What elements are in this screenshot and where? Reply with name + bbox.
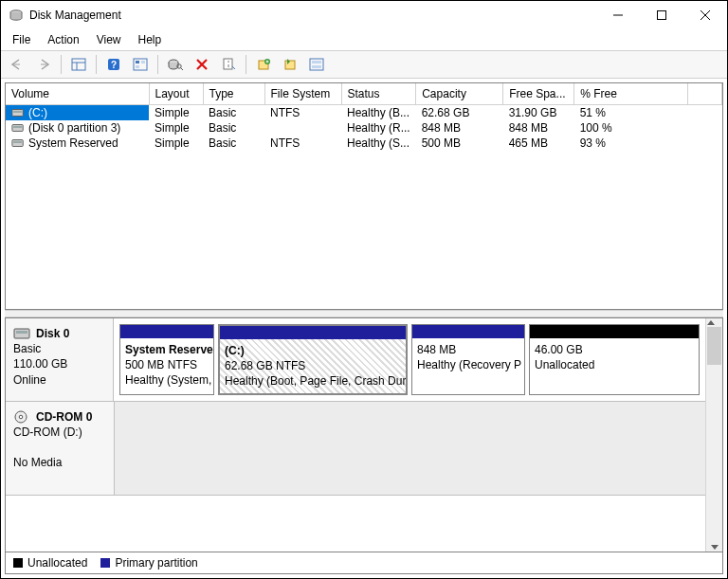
svg-rect-2 [658, 11, 666, 20]
legend-label-primary: Primary partition [115, 556, 197, 570]
svg-line-16 [181, 68, 184, 71]
disk-graphic-panel: Disk 0Basic110.00 GBOnlineSystem Reserve… [5, 317, 723, 552]
column-header[interactable]: Capacity [416, 83, 503, 105]
explore-icon[interactable] [163, 52, 188, 77]
svg-rect-31 [16, 331, 27, 334]
menu-help[interactable]: Help [131, 31, 170, 48]
layout-button[interactable] [66, 52, 91, 77]
menubar: File Action View Help [1, 29, 727, 50]
disk-header[interactable]: CD-ROM 0CD-ROM (D:)No Media [6, 402, 115, 495]
volume-row[interactable]: System ReservedSimpleBasicNTFSHealthy (S… [6, 136, 722, 151]
partition[interactable]: (C:)62.68 GB NTFSHealthy (Boot, Page Fil… [218, 324, 408, 395]
menu-file[interactable]: File [5, 31, 38, 48]
menu-view[interactable]: View [89, 31, 129, 48]
help-button[interactable]: ? [101, 52, 126, 77]
svg-rect-17 [224, 59, 232, 69]
partition[interactable]: System Reserved500 MB NTFSHealthy (Syste… [119, 324, 214, 395]
svg-text:?: ? [111, 60, 117, 70]
svg-rect-22 [312, 61, 321, 63]
column-header[interactable]: % Free [574, 83, 688, 105]
properties-button[interactable] [216, 52, 241, 77]
disk-row: Disk 0Basic110.00 GBOnlineSystem Reserve… [6, 318, 705, 402]
volume-row[interactable]: (C:)SimpleBasicNTFSHealthy (B...62.68 GB… [6, 105, 722, 121]
forward-button[interactable] [31, 52, 56, 77]
new-volume-button[interactable] [251, 52, 276, 77]
app-icon [9, 8, 24, 23]
partition-unallocated[interactable]: 46.00 GBUnallocated [529, 324, 700, 395]
menu-action[interactable]: Action [40, 31, 86, 48]
column-header[interactable]: Volume [6, 83, 149, 105]
volume-list[interactable]: VolumeLayoutTypeFile SystemStatusCapacit… [5, 82, 723, 310]
disk-row: CD-ROM 0CD-ROM (D:)No Media [6, 402, 705, 496]
partition[interactable]: 848 MBHealthy (Recovery P [411, 324, 525, 395]
back-button[interactable] [5, 52, 29, 77]
svg-rect-11 [136, 61, 139, 63]
svg-rect-29 [13, 141, 22, 143]
close-button[interactable] [683, 1, 727, 29]
legend: Unallocated Primary partition [5, 552, 723, 574]
svg-rect-25 [13, 111, 22, 113]
titlebar[interactable]: Disk Management [1, 1, 727, 29]
svg-rect-5 [72, 59, 85, 70]
window-title: Disk Management [29, 9, 596, 22]
svg-rect-21 [310, 59, 323, 70]
column-header[interactable]: Type [203, 83, 264, 105]
legend-swatch-primary [100, 558, 110, 568]
column-header[interactable]: File System [264, 83, 341, 105]
volume-row[interactable]: (Disk 0 partition 3)SimpleBasicHealthy (… [6, 120, 722, 136]
scrollbar-vertical[interactable] [705, 318, 722, 552]
refresh-button[interactable] [278, 52, 302, 77]
toolbar: ? [1, 50, 727, 79]
split-resizer[interactable] [5, 310, 723, 317]
delete-button[interactable] [190, 52, 214, 77]
settings-button[interactable] [128, 52, 153, 77]
column-header[interactable]: Status [341, 83, 416, 105]
action-button[interactable] [304, 52, 329, 77]
maximize-button[interactable] [640, 1, 683, 29]
svg-point-33 [19, 415, 23, 419]
column-headers[interactable]: VolumeLayoutTypeFile SystemStatusCapacit… [6, 83, 722, 105]
svg-rect-23 [312, 65, 321, 68]
svg-rect-10 [134, 59, 147, 70]
svg-rect-20 [285, 61, 295, 69]
minimize-button[interactable] [596, 1, 640, 29]
disk-header[interactable]: Disk 0Basic110.00 GBOnline [6, 318, 114, 401]
column-header[interactable]: Layout [149, 83, 203, 105]
legend-label-unallocated: Unallocated [27, 556, 87, 570]
disk-management-window: Disk Management File Action View Help ? [0, 0, 728, 579]
svg-rect-13 [136, 65, 139, 68]
svg-rect-12 [141, 61, 145, 63]
legend-swatch-unallocated [13, 558, 23, 568]
column-header[interactable]: Free Spa... [503, 83, 574, 105]
svg-rect-27 [13, 126, 22, 128]
